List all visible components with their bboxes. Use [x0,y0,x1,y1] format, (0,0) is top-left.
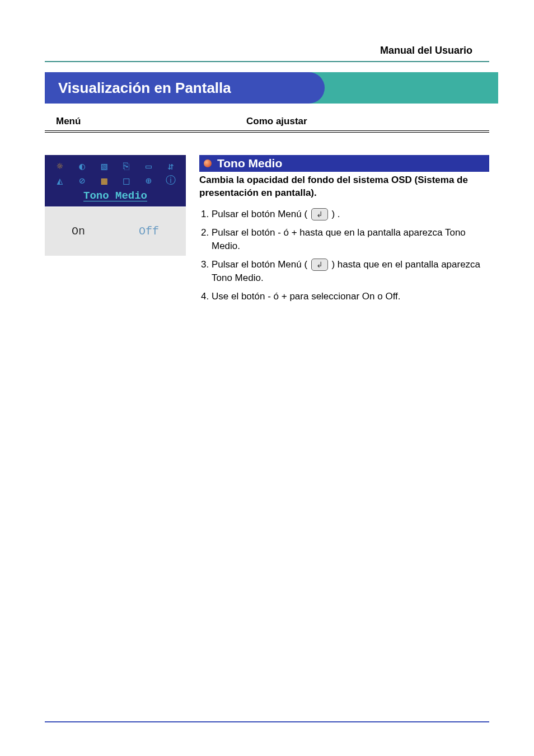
osd-brightness-icon: ☼ [51,159,68,172]
step-2-text: Pulsar el botón - ó + hasta que en la pa… [212,227,466,252]
osd-info-icon: ⓘ [162,174,179,186]
page-header: Manual del Usuario [45,45,489,62]
header-divider [45,61,489,62]
osd-size-icon: ▭ [140,159,157,172]
step-1: Pulsar el botón Menú ( ↲ ) . [212,208,489,222]
osd-position-icon: □ [118,174,135,186]
column-headers: Menú Como ajustar [45,116,489,127]
osd-contrast-icon: ◐ [74,159,91,172]
page-title: Visualización en Pantalla [58,79,231,97]
section-bullet-icon [204,159,212,167]
title-accent-overlap [285,72,325,104]
column-header-adjust: Como ajustar [246,116,307,127]
step-3: Pulsar el botón Menú ( ↲ ) hasta que en … [212,258,489,285]
osd-zoom-icon: ⊕ [140,174,157,186]
osd-geometry-icon: ◭ [51,174,68,186]
footer-divider [45,721,489,722]
osd-option-on: On [72,225,85,238]
osd-trapezoid-icon: ▧ [96,159,113,172]
osd-options-panel: On Off [45,206,186,256]
step-1-text-post: ) . [329,209,340,219]
osd-current-menu-label: Tono Medio [49,190,181,202]
column-header-rule [45,130,489,133]
osd-icon-grid: ☼ ◐ ▧ ⎘ ▭ ⇵ ◭ ⊘ ▦ □ ⊕ ⓘ Tono Medio [45,155,186,206]
menu-button-icon: ↲ [311,259,328,271]
column-header-menu: Menú [56,116,246,127]
step-2: Pulsar el botón - ó + hasta que en la pa… [212,226,489,253]
osd-exit-icon: ⇵ [162,159,179,172]
step-4: Use el botón - ó + para seleccionar On o… [212,290,489,304]
steps-list: Pulsar el botón Menú ( ↲ ) . Pulsar el b… [199,208,489,304]
osd-recall-icon: ⊘ [74,174,91,186]
page-title-band: Visualización en Pantalla [45,72,489,104]
section-description: Cambia la opacidad del fondo del sistema… [199,174,489,200]
step-1-text-pre: Pulsar el botón Menú ( [212,209,310,219]
osd-option-off: Off [139,225,159,238]
osd-screenshot: ☼ ◐ ▧ ⎘ ▭ ⇵ ◭ ⊘ ▦ □ ⊕ ⓘ Tono Medio [45,155,186,308]
page-title-bar: Visualización en Pantalla [45,72,294,104]
osd-parallelogram-icon: ⎘ [118,159,135,172]
instructions-panel: Tono Medio Cambia la opacidad del fondo … [199,155,489,308]
manual-title: Manual del Usuario [45,45,489,57]
menu-button-icon: ↲ [311,208,328,220]
step-4-text: Use el botón - ó + para seleccionar On o… [212,291,401,302]
section-title: Tono Medio [217,157,282,170]
section-title-band: Tono Medio [199,155,489,172]
osd-halftone-icon: ▦ [96,174,113,186]
step-3-text-pre: Pulsar el botón Menú ( [212,259,310,270]
